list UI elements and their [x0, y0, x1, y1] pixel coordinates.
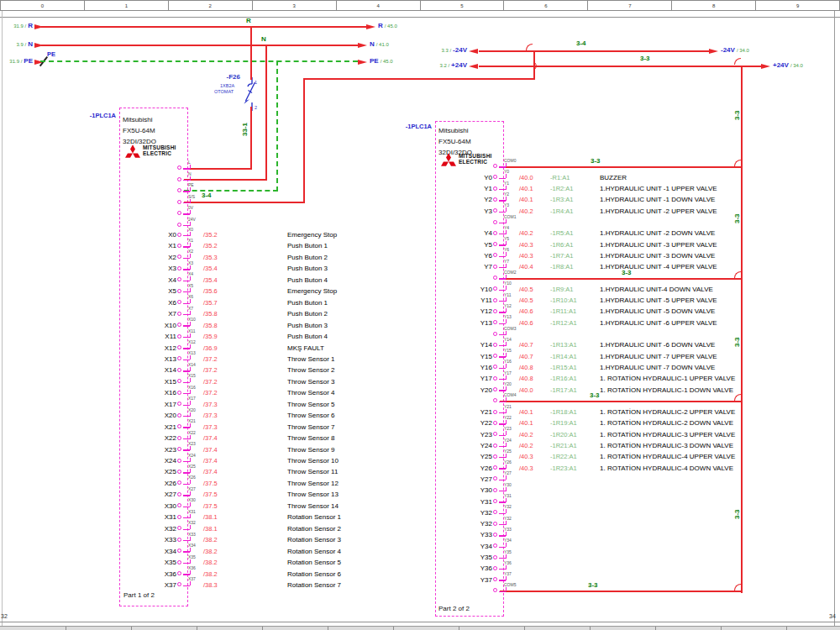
terminal-name: COM5: [504, 583, 516, 587]
ruler-tick: [328, 627, 328, 630]
terminal-stub: [499, 345, 506, 346]
io-row-label: Y0: [464, 175, 492, 181]
terminal-tick: [506, 454, 507, 458]
terminal-tick: [190, 423, 191, 428]
terminal-stub: [499, 200, 506, 201]
terminal-stub: [499, 435, 506, 436]
io-description: 1.HYDRAULIC UNIT -1 UPPER VALVE: [600, 186, 717, 192]
cross-ref: /37.2: [203, 379, 218, 386]
cross-ref: /38.2: [203, 559, 218, 566]
terminal-tick: [506, 286, 507, 290]
io-row-label: Y20: [464, 387, 492, 394]
cross-ref: /40.7: [519, 354, 533, 360]
rail-pe-left-ref: 31.9 /PE: [3, 58, 33, 65]
device-ref: -1R14:A1: [550, 354, 577, 360]
terminal-circle: [177, 470, 181, 474]
terminal-name: X31: [188, 510, 196, 514]
terminal-tick: [506, 565, 507, 570]
cross-ref: /40.2: [519, 432, 533, 438]
cross-ref: /40.0: [519, 175, 533, 181]
wire: [184, 179, 267, 181]
io-description: Throw Sensor 9: [287, 447, 334, 454]
terminal-circle: [493, 566, 497, 570]
cross-ref: /40.1: [519, 186, 533, 192]
rail-neg24-left-ref: 3.3 /-24V: [433, 47, 467, 54]
terminal-tick: [506, 431, 507, 435]
terminal-stub: [183, 191, 190, 192]
terminal-circle: [493, 164, 497, 168]
terminal-name: Y21: [504, 405, 512, 409]
cross-ref: /40.2: [519, 443, 533, 449]
terminal-name: 24V: [188, 218, 196, 222]
terminal-stub: [183, 382, 190, 383]
com-wire: [500, 401, 743, 402]
io-description: MKŞ FAULT: [287, 345, 324, 352]
arrow-right-icon: [358, 43, 367, 48]
terminal-circle: [177, 223, 181, 227]
terminal-stub: [499, 457, 506, 458]
terminal-name: X14: [188, 363, 196, 367]
terminal-name: X11: [188, 329, 196, 333]
terminal-tick: [506, 475, 507, 480]
terminal-name: N: [188, 172, 192, 176]
r-junction-label: R: [246, 18, 251, 24]
io-row-label: X35: [150, 559, 176, 566]
terminal-tick: [190, 469, 191, 473]
terminal-tick: [190, 559, 191, 564]
terminal-tick: [190, 378, 191, 382]
io-row-label: X1: [150, 243, 176, 249]
cross-ref: /35.6: [203, 288, 218, 295]
terminal-stub: [499, 244, 506, 245]
com-wire: [500, 166, 743, 168]
cross-ref: /37.2: [203, 367, 218, 374]
terminal-stub: [499, 580, 506, 580]
terminal-stub: [499, 290, 506, 291]
io-description: Rotation Sensor 7: [287, 582, 341, 589]
rail-pe-left-num: 31.9 /: [9, 59, 22, 64]
terminal-stub: [183, 461, 190, 462]
terminal-tick: [506, 319, 507, 323]
terminal-circle: [177, 165, 181, 170]
ruler-tick: [786, 627, 787, 630]
terminal-stub: [499, 178, 506, 179]
pe-tap-label: PE: [47, 51, 55, 58]
terminal-tick: [506, 197, 507, 201]
terminal-stub: [499, 189, 506, 190]
terminal-tick: [190, 355, 191, 360]
net-label: 3-3: [591, 158, 601, 165]
terminal-stub: [183, 235, 190, 236]
terminal-stub: [499, 535, 506, 536]
io-row-label: X0: [150, 232, 176, 239]
terminal-tick: [190, 288, 191, 292]
terminal-tick: [190, 210, 191, 214]
io-description: 1.HYDRAULIC UNIT -5 UPPER VALVE: [600, 297, 717, 304]
mitsubishi-logo-icon: [441, 153, 456, 166]
terminal-name: Y4: [504, 226, 509, 230]
io-description: Throw Sensor 5: [287, 402, 334, 408]
terminal-stub: [183, 507, 190, 507]
io-description: Rotation Sensor 6: [287, 571, 341, 578]
terminal-name: PE: [188, 183, 194, 187]
io-description: 1.HYDRAULIC UNIT -3 UPPER VALVE: [600, 242, 717, 249]
wire: [41, 45, 358, 46]
device-ref: -1R20:A1: [550, 432, 577, 438]
ruler-tick: [590, 627, 591, 630]
terminal-name: X3: [188, 261, 193, 265]
terminal-stub: [499, 491, 506, 491]
terminal-stub: [183, 540, 190, 541]
io-description: Throw Sensor 14: [287, 503, 339, 510]
terminal-tick: [190, 390, 191, 394]
terminal-tick: [506, 375, 507, 380]
terminal-circle: [493, 265, 497, 269]
cross-ref: /40.0: [519, 387, 533, 394]
r-drop-net-label: 33-1: [242, 123, 249, 136]
io-row-label: X25: [150, 469, 176, 475]
terminal-name: COM2: [504, 270, 516, 275]
cross-ref: /40.2: [519, 230, 533, 237]
io-description: Rotation Sensor 3: [287, 537, 341, 543]
terminal-stub: [183, 449, 190, 450]
bus-net-label: 3-3: [734, 509, 741, 519]
terminal-name: X33: [188, 533, 196, 537]
io-row-label: Y10: [464, 286, 492, 293]
io-row-label: Y21: [464, 409, 492, 416]
